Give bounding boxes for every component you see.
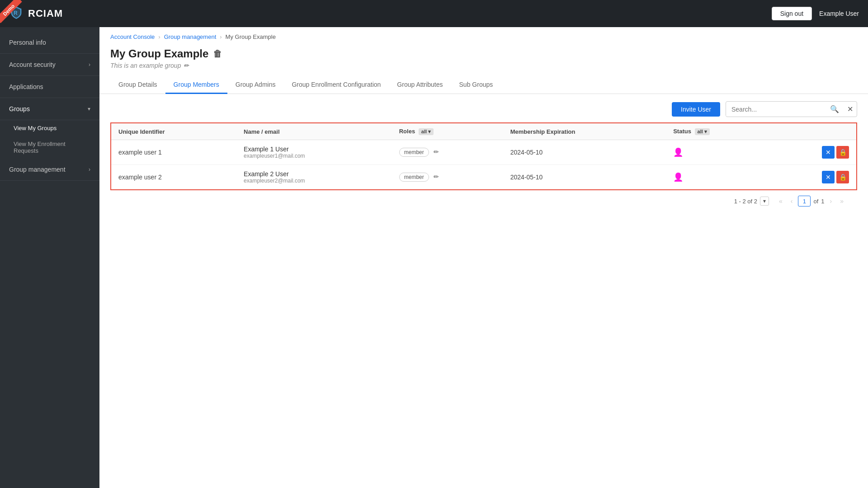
sidebar-item-group-management[interactable]: Group management › xyxy=(0,159,99,181)
cell-actions-1: ✕ 🔒 xyxy=(770,140,857,165)
roles-filter-badge[interactable]: all ▾ xyxy=(419,128,434,135)
table-row: example user 1 Example 1 User exampleuse… xyxy=(111,140,857,165)
chevron-down-icon: ▾ xyxy=(88,106,90,112)
last-page-button[interactable]: » xyxy=(837,196,846,206)
next-page-button[interactable]: › xyxy=(827,196,835,206)
top-nav-left: R RCIAM xyxy=(9,5,63,23)
current-page: 1 xyxy=(798,196,811,206)
edit-role-icon-2[interactable]: ✏ xyxy=(434,173,439,180)
sidebar-item-label: Group management xyxy=(9,166,66,173)
user-name: Example User xyxy=(819,10,859,17)
lock-user-button-1[interactable]: 🔒 xyxy=(836,146,849,159)
col-membership-expiration: Membership Expiration xyxy=(503,123,666,140)
page-title: My Group Example 🗑 xyxy=(110,47,857,60)
tab-group-enrollment-configuration[interactable]: Group Enrollment Configuration xyxy=(283,76,389,94)
role-badge-1: member xyxy=(399,148,429,157)
svg-text:R: R xyxy=(14,10,18,16)
logo-icon: R xyxy=(9,5,24,23)
first-page-button[interactable]: « xyxy=(776,196,785,206)
total-pages: 1 xyxy=(821,198,824,205)
page-size-dropdown[interactable]: ▾ xyxy=(760,197,769,206)
top-nav-right: Sign out Example User xyxy=(772,7,859,20)
page-of-label: of xyxy=(813,198,818,205)
table-header-row: Unique Identifier Name / email Roles all… xyxy=(111,123,857,140)
cell-name-email-2: Example 2 User exampleuser2@mail.com xyxy=(236,165,392,190)
sidebar-item-label: Account security xyxy=(9,61,56,68)
table-toolbar: Invite User 🔍 ✕ xyxy=(110,101,857,117)
tabs: Group Details Group Members Group Admins… xyxy=(99,76,868,94)
col-roles: Roles all ▾ xyxy=(392,123,503,140)
search-input[interactable] xyxy=(726,103,826,116)
main-content: Account Console › Group management › My … xyxy=(99,27,868,488)
role-badge-2: member xyxy=(399,173,429,182)
delete-group-icon[interactable]: 🗑 xyxy=(213,49,222,59)
action-btns-2: ✕ 🔒 xyxy=(778,171,849,183)
page-title-text: My Group Example xyxy=(110,47,208,60)
search-button[interactable]: 🔍 xyxy=(826,102,844,117)
tab-group-admins[interactable]: Group Admins xyxy=(227,76,284,94)
sidebar-sub-item-view-my-groups[interactable]: View My Groups xyxy=(0,120,99,136)
search-clear-button[interactable]: ✕ xyxy=(844,102,857,117)
sidebar-item-label: Personal info xyxy=(9,39,46,46)
page-info: 1 - 2 of 2 ▾ xyxy=(734,197,769,206)
sidebar-item-personal-info[interactable]: Personal info xyxy=(0,32,99,54)
breadcrumb-group-management[interactable]: Group management xyxy=(164,33,217,40)
status-filter-badge[interactable]: all ▾ xyxy=(695,128,710,135)
remove-user-button-1[interactable]: ✕ xyxy=(822,146,835,159)
cell-unique-id-1: example user 1 xyxy=(111,140,236,165)
status-icon-2: 👤 xyxy=(673,173,683,182)
tab-group-details[interactable]: Group Details xyxy=(110,76,165,94)
tab-group-attributes[interactable]: Group Attributes xyxy=(389,76,451,94)
sidebar-item-label: Groups xyxy=(9,105,30,113)
sidebar-item-account-security[interactable]: Account security › xyxy=(0,54,99,76)
sidebar-sub-item-label: View My Groups xyxy=(14,125,57,131)
table-area: Invite User 🔍 ✕ Unique Identifier Name /… xyxy=(99,94,868,219)
breadcrumb-account-console[interactable]: Account Console xyxy=(110,33,155,40)
logo-text: RCIAM xyxy=(28,8,63,19)
sidebar-sub-item-view-enrollment-requests[interactable]: View My Enrollment Requests xyxy=(0,136,99,159)
sidebar: Personal info Account security › Applica… xyxy=(0,27,99,488)
cell-roles-1: member ✏ xyxy=(392,140,503,165)
cell-status-1: 👤 xyxy=(666,140,770,165)
sidebar-item-label: Applications xyxy=(9,83,43,90)
members-table: Unique Identifier Name / email Roles all… xyxy=(110,122,857,190)
sidebar-sub-item-label: View My Enrollment Requests xyxy=(14,141,66,154)
edit-subtitle-icon[interactable]: ✏ xyxy=(184,62,189,69)
col-name-email: Name / email xyxy=(236,123,392,140)
cell-roles-2: member ✏ xyxy=(392,165,503,190)
cell-status-2: 👤 xyxy=(666,165,770,190)
name-email-group-1: Example 1 User exampleuser1@mail.com xyxy=(244,145,385,159)
action-btns-1: ✕ 🔒 xyxy=(778,146,849,159)
cell-membership-expiration-2: 2024-05-10 xyxy=(503,165,666,190)
breadcrumb: Account Console › Group management › My … xyxy=(99,27,868,40)
breadcrumb-sep-2: › xyxy=(220,33,222,40)
sign-out-button[interactable]: Sign out xyxy=(772,7,812,20)
cell-name-email-1: Example 1 User exampleuser1@mail.com xyxy=(236,140,392,165)
tab-sub-groups[interactable]: Sub Groups xyxy=(451,76,501,94)
top-nav: Demo R RCIAM Sign out Example User xyxy=(0,0,868,27)
sidebar-item-applications[interactable]: Applications xyxy=(0,76,99,98)
chevron-right-icon: › xyxy=(89,61,90,68)
cell-actions-2: ✕ 🔒 xyxy=(770,165,857,190)
pagination: 1 - 2 of 2 ▾ « ‹ 1 of 1 › » xyxy=(110,190,857,212)
page-range-label: 1 - 2 of 2 xyxy=(734,198,757,205)
tab-group-members[interactable]: Group Members xyxy=(165,76,227,94)
name-email-group-2: Example 2 User exampleuser2@mail.com xyxy=(244,170,385,184)
subtitle-text: This is an example group xyxy=(110,62,181,69)
prev-page-button[interactable]: ‹ xyxy=(788,196,796,206)
search-box: 🔍 ✕ xyxy=(726,101,857,117)
edit-role-icon-1[interactable]: ✏ xyxy=(434,148,439,155)
page-title-area: My Group Example 🗑 This is an example gr… xyxy=(99,40,868,69)
breadcrumb-sep-1: › xyxy=(158,33,160,40)
invite-user-button[interactable]: Invite User xyxy=(672,102,720,117)
layout: Personal info Account security › Applica… xyxy=(0,27,868,488)
breadcrumb-current: My Group Example xyxy=(226,33,276,40)
col-unique-id: Unique Identifier xyxy=(111,123,236,140)
page-subtitle: This is an example group ✏ xyxy=(110,62,857,69)
cell-unique-id-2: example user 2 xyxy=(111,165,236,190)
lock-user-button-2[interactable]: 🔒 xyxy=(836,171,849,183)
sidebar-item-groups[interactable]: Groups ▾ xyxy=(0,98,99,120)
remove-user-button-2[interactable]: ✕ xyxy=(822,171,835,183)
col-actions xyxy=(770,123,857,140)
table-row: example user 2 Example 2 User exampleuse… xyxy=(111,165,857,190)
